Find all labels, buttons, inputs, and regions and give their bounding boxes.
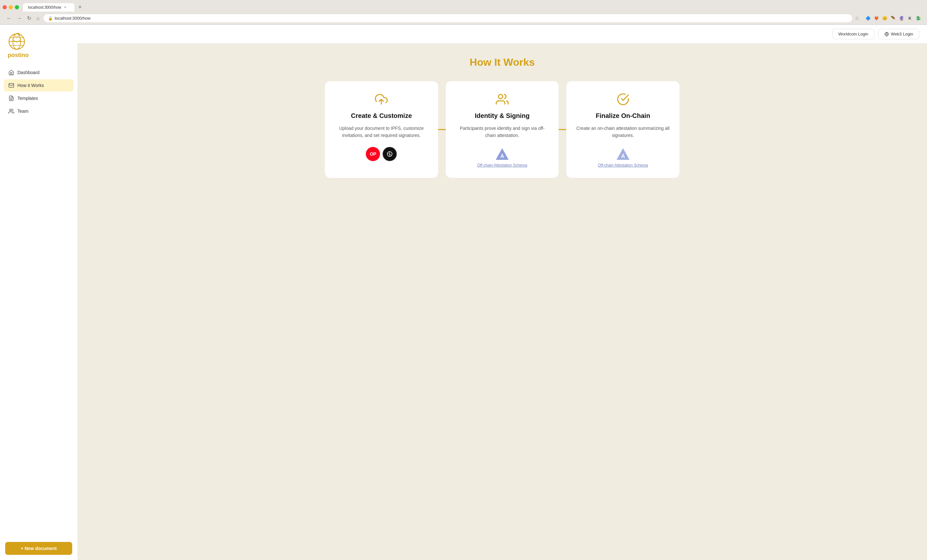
svg-point-8 — [10, 109, 12, 111]
active-tab[interactable]: localhost:3000/how ✕ — [23, 3, 74, 12]
sidebar-item-how-it-works[interactable]: How it Works — [4, 79, 73, 91]
dashboard-label: Dashboard — [17, 70, 40, 75]
bookmark-icon[interactable]: ☆ — [855, 15, 859, 21]
svg-point-13 — [498, 94, 503, 99]
how-it-works-label: How it Works — [17, 83, 44, 88]
sidebar-nav: Dashboard How it Works Temp — [0, 62, 78, 537]
url-input[interactable]: 🔒 localhost:3000/how — [44, 14, 852, 22]
attest-icon-2: A — [616, 147, 630, 161]
tab-close-icon[interactable]: ✕ — [64, 6, 66, 9]
team-label: Team — [17, 109, 28, 114]
attestation-badge-1: A Off-chain Attestation Schema — [477, 147, 527, 168]
tab-bar: localhost:3000/how ✕ + — [0, 0, 927, 12]
sidebar-logo: postino — [0, 25, 78, 62]
chain-icons: OP — [366, 147, 397, 161]
forward-button[interactable]: → — [15, 14, 23, 23]
card-connector-2 — [559, 129, 566, 130]
maximize-button[interactable] — [15, 5, 19, 9]
web3-login-button[interactable]: Web3 Login — [878, 29, 919, 39]
create-customize-card: Create & Customize Upload your document … — [325, 81, 438, 178]
finalize-onchain-card: Finalize On-Chain Create an on-chain att… — [566, 81, 679, 178]
worldcoin-login-label: Worldcoin Login — [838, 32, 868, 36]
tab-title: localhost:3000/how — [28, 5, 61, 10]
sidebar-item-team[interactable]: Team — [4, 105, 73, 117]
sidebar-item-templates[interactable]: Templates — [4, 92, 73, 105]
right-panel: Worldcoin Login Web3 Login How It Works — [78, 25, 927, 560]
new-tab-button[interactable]: + — [76, 3, 84, 12]
minimize-button[interactable] — [9, 5, 13, 9]
lock-icon: 🔒 — [48, 16, 53, 21]
new-doc-label: + New document — [21, 546, 57, 551]
main-content: How It Works Create & Customize Upload y… — [78, 44, 927, 560]
svg-text:A: A — [500, 153, 504, 159]
globe-icon — [884, 32, 889, 36]
checkmark-icon — [615, 91, 631, 107]
optimism-icon: OP — [366, 147, 380, 161]
browser-extensions: 🔷 🦊 😐 🪶 🔮 K 🐉 — [865, 15, 922, 22]
reload-button[interactable]: ↻ — [26, 14, 33, 23]
ext-5-icon[interactable]: 🔮 — [898, 15, 905, 22]
identity-signing-title: Identity & Signing — [475, 112, 530, 120]
close-button[interactable] — [3, 5, 7, 9]
address-bar: ← → ↻ ⌂ 🔒 localhost:3000/how ☆ 🔷 🦊 😐 🪶 🔮… — [0, 12, 927, 24]
ext-7-icon[interactable]: 🐉 — [915, 15, 922, 22]
url-text: localhost:3000/how — [55, 16, 91, 21]
new-document-button[interactable]: + New document — [5, 542, 72, 555]
logo-icon — [8, 33, 26, 51]
templates-label: Templates — [17, 96, 38, 101]
back-button[interactable]: ← — [5, 14, 13, 23]
traffic-lights — [3, 5, 19, 9]
upload-icon — [374, 91, 389, 107]
app-container: postino Dashboard How it Works — [0, 25, 927, 560]
envelope-icon — [8, 82, 14, 88]
finalize-onchain-desc: Create an on-chain attestation summarizi… — [575, 125, 670, 139]
file-icon — [8, 96, 14, 101]
ext-6-icon[interactable]: K — [906, 15, 913, 22]
cards-container: Create & Customize Upload your document … — [325, 81, 679, 178]
ext-3-icon[interactable]: 😐 — [881, 15, 888, 22]
finalize-onchain-title: Finalize On-Chain — [596, 112, 650, 120]
attest-icon-1: A — [495, 147, 509, 161]
sidebar-item-dashboard[interactable]: Dashboard — [4, 66, 73, 79]
create-customize-title: Create & Customize — [351, 112, 412, 120]
page-header: Worldcoin Login Web3 Login — [78, 25, 927, 44]
create-customize-desc: Upload your document to IPFS, customize … — [334, 125, 429, 139]
page-title: How It Works — [470, 56, 535, 68]
users-icon — [8, 108, 14, 114]
home-button[interactable]: ⌂ — [35, 14, 41, 23]
logo-text: postino — [8, 52, 29, 59]
ext-2-icon[interactable]: 🦊 — [873, 15, 880, 22]
identity-signing-card: Identity & Signing Participants prove id… — [446, 81, 559, 178]
identity-signing-desc: Participants prove identity and sign via… — [455, 125, 550, 139]
worldcoin-login-button[interactable]: Worldcoin Login — [832, 29, 874, 39]
web3-login-label: Web3 Login — [891, 32, 913, 36]
svg-text:A: A — [621, 153, 625, 159]
svg-rect-5 — [9, 83, 14, 87]
attestation-link-2[interactable]: Off-chain Attestation Schema — [598, 163, 648, 168]
sidebar: postino Dashboard How it Works — [0, 25, 78, 560]
sidebar-footer: + New document — [0, 537, 78, 560]
attestation-badge-2: A Off-chain Attestation Schema — [598, 147, 648, 168]
card-connector-1 — [438, 129, 446, 130]
ext-4-icon[interactable]: 🪶 — [890, 15, 897, 22]
home-icon — [8, 70, 14, 75]
identity-icon — [494, 91, 510, 107]
ethereum-icon — [383, 147, 397, 161]
browser-chrome: localhost:3000/how ✕ + ← → ↻ ⌂ 🔒 localho… — [0, 0, 927, 25]
attestation-link-1[interactable]: Off-chain Attestation Schema — [477, 163, 527, 168]
ext-1-icon[interactable]: 🔷 — [865, 15, 872, 22]
